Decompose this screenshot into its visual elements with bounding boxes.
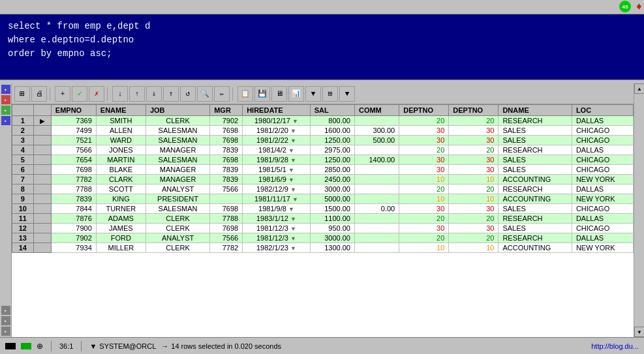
col-deptno2[interactable]: DEPTNO [449, 105, 498, 116]
grid-btn-edit[interactable]: ✏ [214, 86, 230, 102]
grid-btn-sort-desc[interactable]: ↑ [129, 86, 145, 102]
cell-job: CLERK [146, 116, 209, 126]
cell-deptno2: 30 [449, 204, 498, 214]
col-ename[interactable]: ENAME [96, 105, 146, 116]
grid-btn-save[interactable]: 💾 [254, 86, 270, 102]
cell-deptno1: 30 [399, 204, 449, 214]
table-row[interactable]: 7 7782 CLARK MANAGER 7839 1981/6/9 ▼ 245… [12, 175, 634, 184]
table-row[interactable]: 9 7839 KING PRESIDENT 1981/11/17 ▼ 5000.… [12, 194, 634, 204]
grid-btn-dropdown1[interactable]: ▼ [305, 86, 321, 102]
scroll-down-arrow[interactable]: ▼ [637, 3, 641, 12]
table-row[interactable]: 8 7788 SCOTT ANALYST 7566 1982/12/9 ▼ 30… [12, 184, 634, 194]
status-divider-2 [81, 341, 82, 351]
table-row[interactable]: 14 7934 MILLER CLERK 7782 1982/1/23 ▼ 13… [12, 243, 634, 253]
cell-job: PRESIDENT [146, 194, 209, 204]
row-indicator [33, 214, 51, 224]
grid-btn-filter2[interactable]: ⇑ [163, 86, 179, 102]
scroll-track[interactable] [634, 94, 644, 327]
cell-loc: DALLAS [572, 184, 633, 194]
cell-deptno2: 30 [449, 136, 498, 145]
col-loc[interactable]: LOC [572, 105, 633, 116]
cell-empno: 7369 [51, 116, 96, 126]
right-scrollbar[interactable]: ▲ ▼ [634, 83, 644, 337]
table-row[interactable]: 2 7499 ALLEN SALESMAN 7698 1981/2/20 ▼ 1… [12, 126, 634, 136]
grid-btn-grid[interactable]: ⊞ [322, 86, 338, 102]
table-row[interactable]: 4 7566 JONES MANAGER 7839 1981/4/2 ▼ 297… [12, 145, 634, 155]
grid-btn-check[interactable]: ✓ [72, 86, 87, 102]
col-sal[interactable]: SAL [310, 105, 354, 116]
cell-dname: RESEARCH [498, 214, 572, 224]
sidebar-icon-1[interactable]: ✦ [1, 85, 10, 94]
cell-deptno1: 30 [399, 165, 449, 175]
status-rows-info: 14 rows selected in 0.020 seconds [171, 342, 281, 350]
row-number: 6 [12, 165, 34, 175]
sidebar-icon-4[interactable]: ▪ [1, 116, 10, 125]
row-number: 11 [12, 214, 34, 224]
sidebar-icon-3[interactable]: ▪ [1, 106, 10, 115]
cell-sal: 5000.00 [310, 194, 354, 204]
cell-ename: ALLEN [96, 126, 146, 136]
cell-comm [354, 175, 399, 184]
cell-hiredate: 1981/9/28 ▼ [243, 155, 311, 165]
cell-empno: 7782 [51, 175, 96, 184]
data-grid-container[interactable]: EMPNO ENAME JOB MGR HIREDATE SAL COMM DE… [12, 104, 634, 337]
cell-mgr [210, 194, 243, 204]
cell-sal: 1250.00 [310, 136, 354, 145]
cell-hiredate: 1982/1/23 ▼ [243, 243, 311, 253]
sidebar-icon-bottom-1[interactable]: ▪ [1, 306, 10, 315]
row-indicator [33, 126, 51, 136]
grid-btn-sort-asc[interactable]: ↓ [112, 86, 128, 102]
col-empno[interactable]: EMPNO [51, 105, 96, 116]
sidebar-icon-bottom-2[interactable]: ▪ [1, 316, 10, 325]
table-row[interactable]: 11 7876 ADAMS CLERK 7788 1983/1/12 ▼ 110… [12, 214, 634, 224]
grid-btn-refresh[interactable]: ↺ [180, 86, 196, 102]
cell-sal: 1500.00 [310, 204, 354, 214]
scroll-up-btn[interactable]: ▲ [634, 83, 644, 94]
cell-loc: DALLAS [572, 233, 633, 243]
grid-btn-chart[interactable]: 📊 [288, 86, 304, 102]
grid-btn-table[interactable]: ⊞ [14, 86, 30, 102]
grid-btn-add[interactable]: + [55, 86, 70, 102]
table-row[interactable]: 6 7698 BLAKE MANAGER 7839 1981/5/1 ▼ 285… [12, 165, 634, 175]
sidebar-icon-bottom-3[interactable]: ▪ [1, 327, 10, 336]
grid-btn-display[interactable]: 🖥 [271, 86, 287, 102]
sidebar-icon-2[interactable]: ▪ [1, 95, 10, 104]
row-indicator [33, 194, 51, 204]
cell-comm [354, 194, 399, 204]
cell-job: MANAGER [146, 175, 209, 184]
cell-deptno1: 20 [399, 116, 449, 126]
grid-btn-export[interactable]: 📋 [238, 86, 253, 102]
grid-btn-search[interactable]: 🔍 [197, 86, 213, 102]
cell-job: ANALYST [146, 184, 209, 194]
col-dname[interactable]: DNAME [498, 105, 572, 116]
table-row[interactable]: 1 ▶ 7369 SMITH CLERK 7902 1980/12/17 ▼ 8… [12, 116, 634, 126]
col-deptno1[interactable]: DEPTNO [399, 105, 449, 116]
cell-empno: 7499 [51, 126, 96, 136]
col-mgr[interactable]: MGR [210, 105, 243, 116]
table-row[interactable]: 12 7900 JAMES CLERK 7698 1981/12/3 ▼ 950… [12, 224, 634, 233]
sql-editor[interactable]: select * from emp e,dept d where e.deptn… [0, 14, 644, 80]
cell-mgr: 7782 [210, 243, 243, 253]
col-job[interactable]: JOB [146, 105, 209, 116]
grid-toolbar: ⊞ 🖨 + ✓ ✗ ↓ ↑ ⇓ ⇑ ↺ 🔍 ✏ 📋 💾 🖥 📊 ▼ [12, 83, 634, 104]
grid-btn-dropdown2[interactable]: ▼ [339, 86, 355, 102]
cell-hiredate: 1981/5/1 ▼ [243, 165, 311, 175]
table-row[interactable]: 13 7902 FORD ANALYST 7566 1981/12/3 ▼ 30… [12, 233, 634, 243]
table-row[interactable]: 3 7521 WARD SALESMAN 7698 1981/2/22 ▼ 12… [12, 136, 634, 145]
scroll-down-btn[interactable]: ▼ [634, 327, 644, 337]
sql-line-3: order by empno asc; [8, 47, 636, 61]
cell-job: SALESMAN [146, 155, 209, 165]
cell-loc: CHICAGO [572, 165, 633, 175]
grid-btn-print[interactable]: 🖨 [31, 86, 47, 102]
cell-hiredate: 1982/12/9 ▼ [243, 184, 311, 194]
cell-loc: CHICAGO [572, 136, 633, 145]
cell-dname: SALES [498, 224, 572, 233]
cell-comm: 0.00 [354, 204, 399, 214]
col-comm[interactable]: COMM [354, 105, 399, 116]
grid-btn-filter[interactable]: ⇓ [146, 86, 162, 102]
cell-ename: KING [96, 194, 146, 204]
grid-btn-cancel[interactable]: ✗ [89, 86, 104, 102]
table-row[interactable]: 5 7654 MARTIN SALESMAN 7698 1981/9/28 ▼ … [12, 155, 634, 165]
col-hiredate[interactable]: HIREDATE [243, 105, 311, 116]
table-row[interactable]: 10 7844 TURNER SALESMAN 7698 1981/9/8 ▼ … [12, 204, 634, 214]
